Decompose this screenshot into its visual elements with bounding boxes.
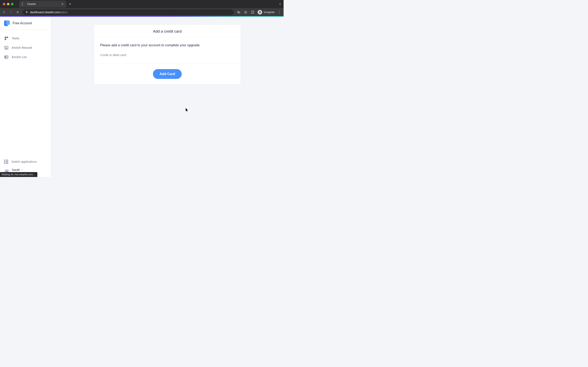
apps-grid-icon xyxy=(4,160,8,164)
new-tab-button[interactable]: + xyxy=(69,2,71,6)
incognito-indicator[interactable]: Incognito xyxy=(258,10,275,15)
list-icon xyxy=(4,55,9,59)
forward-button[interactable] xyxy=(9,10,13,14)
sidebar-item-tools[interactable]: Tools xyxy=(0,34,51,43)
window-maximize-button[interactable] xyxy=(11,3,13,5)
sidebar-item-label: Enrich Record xyxy=(12,46,32,50)
url-domain: dashboard.clearbit.com xyxy=(30,11,60,14)
window-minimize-button[interactable] xyxy=(7,3,9,5)
url-path: /plans xyxy=(60,11,67,14)
lock-icon xyxy=(26,10,28,14)
app-root: Free Account Tools Enrich Record Enrich … xyxy=(0,17,284,177)
account-label: Free Account xyxy=(13,21,32,25)
status-bar: Waiting for risk.clearbit.com... xyxy=(0,172,37,177)
svg-rect-0 xyxy=(251,11,254,13)
back-button[interactable] xyxy=(2,10,6,14)
clearbit-logo-icon xyxy=(4,20,10,26)
kebab-menu-icon[interactable]: ⋮ xyxy=(278,12,281,13)
svg-rect-2 xyxy=(7,37,8,38)
panel-footer: Add Card xyxy=(94,64,241,84)
incognito-icon xyxy=(258,10,262,15)
svg-rect-6 xyxy=(5,56,6,57)
loading-spinner-icon xyxy=(21,2,26,7)
panel-body: Please add a credit card to your account… xyxy=(94,38,241,64)
eye-off-icon[interactable] xyxy=(237,10,241,14)
main-content: Add a credit card Please add a credit ca… xyxy=(51,17,284,177)
svg-rect-1 xyxy=(5,37,6,38)
tabs-dropdown-icon[interactable]: ▾ xyxy=(279,3,281,6)
sidebar-nav: Tools Enrich Record Enrich List xyxy=(0,30,51,155)
switch-apps-label: Switch applications xyxy=(11,160,36,163)
address-input[interactable]: dashboard.clearbit.com/plans xyxy=(23,9,233,15)
stop-reload-button[interactable] xyxy=(16,10,19,14)
svg-rect-3 xyxy=(5,39,6,40)
sidebar: Free Account Tools Enrich Record Enrich … xyxy=(0,17,51,177)
incognito-label: Incognito xyxy=(264,11,275,14)
record-icon xyxy=(4,45,9,50)
account-header[interactable]: Free Account xyxy=(0,17,51,30)
bookmark-star-icon[interactable] xyxy=(244,10,247,14)
chevron-down-icon xyxy=(21,168,23,171)
sidebar-item-enrich-record[interactable]: Enrich Record xyxy=(0,43,51,52)
credit-card-panel: Add a credit card Please add a credit ca… xyxy=(94,25,241,84)
panel-icon[interactable] xyxy=(251,10,254,14)
browser-chrome: Clearbit ✕ + ▾ dashboard.clearbit.com/pl… xyxy=(0,0,284,16)
switch-applications-button[interactable]: Switch applications xyxy=(4,158,47,166)
panel-title: Add a credit card xyxy=(94,25,241,38)
sidebar-item-enrich-list[interactable]: Enrich List xyxy=(0,52,51,62)
browser-tab[interactable]: Clearbit ✕ xyxy=(19,1,66,8)
user-name: Sarah xyxy=(12,168,20,171)
panel-description: Please add a credit card to your account… xyxy=(100,43,234,47)
tab-bar: Clearbit ✕ + ▾ xyxy=(0,0,284,8)
add-card-button[interactable]: Add Card xyxy=(153,69,182,79)
card-field-label: Credit or debit card xyxy=(100,53,234,57)
grid-icon xyxy=(4,36,9,41)
sidebar-item-label: Enrich List xyxy=(12,55,26,59)
window-controls xyxy=(3,3,13,5)
window-close-button[interactable] xyxy=(3,3,5,5)
tab-title: Clearbit xyxy=(27,3,59,6)
tab-close-button[interactable]: ✕ xyxy=(61,2,64,6)
sidebar-item-label: Tools xyxy=(12,36,19,40)
address-bar: dashboard.clearbit.com/plans Incognito ⋮ xyxy=(0,8,284,16)
svg-rect-7 xyxy=(5,57,6,58)
